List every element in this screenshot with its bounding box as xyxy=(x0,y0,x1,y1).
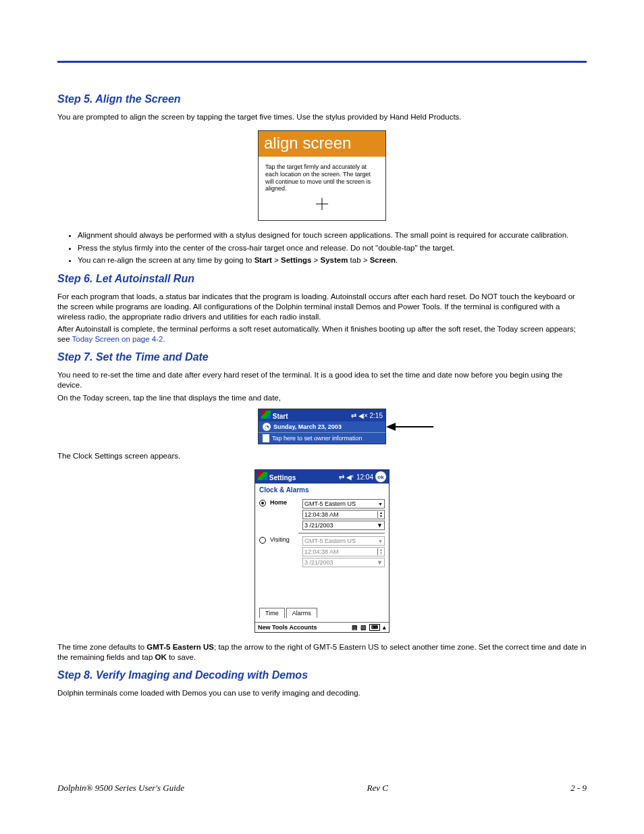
chevron-down-icon: ▼ xyxy=(377,522,383,529)
visiting-clock: 12:04:38 AM xyxy=(304,548,339,555)
note-icon[interactable]: ▤ xyxy=(352,624,358,631)
visiting-tz: GMT-5 Eastern US xyxy=(304,538,356,544)
today-screen-figure: Start ⇄ ◀× 2:15 ◔ Sunday, March 23, 2003… xyxy=(57,409,587,444)
today-screen-box: Start ⇄ ◀× 2:15 ◔ Sunday, March 23, 2003… xyxy=(258,409,386,444)
chevron-down-icon: ▼ xyxy=(378,539,383,544)
send-icon[interactable]: ▧ xyxy=(360,624,367,631)
header-rule xyxy=(57,61,587,63)
nav-tab-word: tab > xyxy=(348,256,369,264)
step7-p4: The time zone defaults to GMT-5 Eastern … xyxy=(57,642,587,662)
step5-b3-pre: You can re-align the screen at any time … xyxy=(78,256,254,264)
p4-bold2: OK xyxy=(155,653,166,661)
step6-p1: For each program that loads, a status ba… xyxy=(57,292,587,322)
visiting-label: Visiting xyxy=(270,536,298,543)
home-clock: 12:04:38 AM xyxy=(304,511,339,518)
today-titlebar: Start ⇄ ◀× 2:15 xyxy=(259,409,385,421)
align-screen-title: align screen xyxy=(259,131,385,157)
step8-p1: Dolphin terminals come loaded with Demos… xyxy=(57,688,587,698)
nav-start: Start xyxy=(254,256,272,264)
clock-settings-figure: Settings ⇄ ◀ᵋ 12:04 ok Clock & Alarms Ho… xyxy=(57,469,587,633)
p4-bold1: GMT-5 Eastern US xyxy=(146,643,214,651)
page-footer: Dolphin® 9500 Series User's Guide Rev C … xyxy=(57,783,587,793)
settings-time: 12:04 xyxy=(356,473,373,481)
visiting-timezone-select[interactable]: GMT-5 Eastern US▼ xyxy=(302,536,385,546)
step5-heading: Step 5. Align the Screen xyxy=(57,93,587,105)
clock-icon: ◔ xyxy=(263,423,271,431)
visiting-date-input[interactable]: 3 /21/2003▼ xyxy=(302,558,385,567)
time-spinner-2[interactable]: ▲▼ xyxy=(377,548,383,555)
align-screen-figure: align screen Tap the target firmly and a… xyxy=(57,130,587,221)
today-owner-text: Tap here to set owner information xyxy=(272,435,363,442)
visiting-date: 3 /21/2003 xyxy=(304,559,333,566)
keyboard-icon[interactable]: ⌨ xyxy=(369,624,380,631)
step5-bullet-2: Press the stylus firmly into the center … xyxy=(78,243,587,254)
align-screen-box: align screen Tap the target firmly and a… xyxy=(258,130,386,221)
step6-heading: Step 6. Let Autoinstall Run xyxy=(57,273,587,285)
today-title: Start xyxy=(273,413,288,420)
p4-post: to save. xyxy=(167,653,196,661)
today-owner-row[interactable]: Tap here to set owner information xyxy=(259,433,385,444)
home-timezone-select[interactable]: GMT-5 Eastern US▼ xyxy=(302,499,385,509)
home-radio[interactable] xyxy=(259,500,266,506)
p4-pre: The time zone defaults to xyxy=(57,643,146,651)
today-screen-link[interactable]: Today Screen on page 4-2. xyxy=(72,335,165,343)
visiting-time-input[interactable]: 12:04:38 AM▲▼ xyxy=(302,547,385,556)
tab-alarms[interactable]: Alarms xyxy=(286,608,317,618)
settings-title-text: Settings xyxy=(269,474,296,481)
footer-left: Dolphin® 9500 Series User's Guide xyxy=(57,783,184,793)
crosshair-icon xyxy=(265,198,379,212)
step5-bullet-1: Alignment should always be performed wit… xyxy=(78,230,587,241)
nav-settings: Settings xyxy=(281,256,311,264)
align-screen-text: Tap the target firmly and accurately at … xyxy=(265,163,371,192)
chevron-down-icon: ▼ xyxy=(378,502,383,506)
footer-right: 2 - 9 xyxy=(570,783,587,793)
up-arrow-icon[interactable]: ▴ xyxy=(383,624,386,631)
step8-heading: Step 8. Verify Imaging and Decoding with… xyxy=(57,669,587,681)
step7-heading: Step 7. Set the Time and Date xyxy=(57,351,587,363)
tab-time[interactable]: Time xyxy=(259,608,285,618)
step6-p2: After Autoinstall is complete, the termi… xyxy=(57,324,587,344)
home-tz: GMT-5 Eastern US xyxy=(304,500,356,507)
chevron-down-icon: ▼ xyxy=(377,559,383,566)
today-time: 2:15 xyxy=(370,412,383,419)
home-date-input[interactable]: 3 /21/2003▼ xyxy=(302,521,385,530)
windows-flag-icon-2 xyxy=(258,472,267,480)
page-content: Step 5. Align the Screen You are prompte… xyxy=(0,0,644,698)
time-spinner[interactable]: ▲▼ xyxy=(377,511,383,518)
today-status-icons: ⇄ ◀× 2:15 xyxy=(351,412,383,419)
today-date: Sunday, March 23, 2003 xyxy=(273,423,342,430)
step5-intro: You are prompted to align the screen by … xyxy=(57,112,587,122)
home-row: Home GMT-5 Eastern US▼ 12:04:38 AM▲▼ 3 /… xyxy=(259,499,385,530)
ok-button[interactable]: ok xyxy=(375,471,386,482)
nav-system: System xyxy=(320,256,348,264)
settings-subtitle: Clock & Alarms xyxy=(255,484,389,499)
step5-bullets: Alignment should always be performed wit… xyxy=(78,230,587,266)
menu-items[interactable]: New Tools Accounts xyxy=(258,624,317,631)
footer-center: Rev C xyxy=(367,783,387,793)
pointer-arrow xyxy=(386,422,433,432)
svg-marker-3 xyxy=(386,423,396,431)
home-time-input[interactable]: 12:04:38 AM▲▼ xyxy=(302,510,385,519)
home-date: 3 /21/2003 xyxy=(304,522,333,529)
visiting-row: Visiting GMT-5 Eastern US▼ 12:04:38 AM▲▼… xyxy=(259,536,385,567)
step7-p3: The Clock Settings screen appears. xyxy=(57,451,587,461)
settings-tabs: Time Alarms xyxy=(259,608,385,618)
step7-p2: On the Today screen, tap the line that d… xyxy=(57,393,587,403)
settings-menubar: New Tools Accounts ▤ ▧ ⌨ ▴ xyxy=(255,622,389,632)
owner-icon xyxy=(263,434,269,442)
step5-bullet-3: You can re-align the screen at any time … xyxy=(78,255,587,266)
settings-body: Home GMT-5 Eastern US▼ 12:04:38 AM▲▼ 3 /… xyxy=(255,499,389,622)
visiting-radio[interactable] xyxy=(259,537,266,544)
align-screen-body: Tap the target firmly and accurately at … xyxy=(259,157,385,220)
clock-settings-box: Settings ⇄ ◀ᵋ 12:04 ok Clock & Alarms Ho… xyxy=(254,469,390,633)
step7-p1: You need to re-set the time and date aft… xyxy=(57,370,587,390)
windows-flag-icon xyxy=(261,411,271,419)
nav-screen: Screen xyxy=(370,256,396,264)
home-label: Home xyxy=(270,499,298,506)
today-date-row[interactable]: ◔ Sunday, March 23, 2003 xyxy=(259,421,385,433)
settings-titlebar: Settings ⇄ ◀ᵋ 12:04 ok xyxy=(255,470,389,484)
